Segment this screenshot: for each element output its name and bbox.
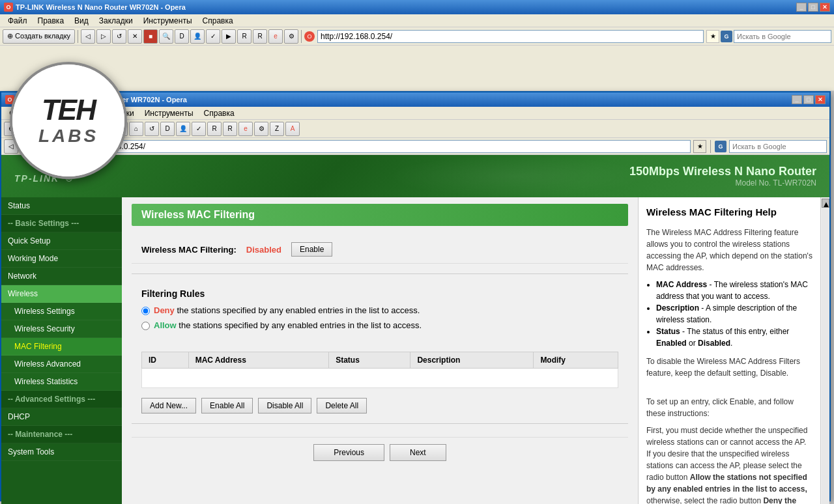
- next-button[interactable]: Next: [390, 444, 446, 461]
- window-controls-bg[interactable]: _ □ ✕: [796, 3, 830, 12]
- tb2-icon-3[interactable]: ✓: [192, 122, 206, 136]
- empty-row: [142, 369, 618, 388]
- tb-icon-10[interactable]: ⚙: [284, 29, 298, 44]
- sidebar-item-network[interactable]: Network: [1, 268, 122, 285]
- tb-icon-5[interactable]: ✓: [206, 29, 220, 44]
- table-actions: Add New... Enable All Disable All Delete…: [132, 398, 628, 413]
- sidebar-section-maintenance: -- Maintenance ---: [1, 426, 122, 443]
- sep-bg: [78, 30, 78, 43]
- stop-bg[interactable]: ✕: [128, 29, 142, 44]
- sidebar-item-wireless-security[interactable]: Wireless Security: [1, 320, 122, 338]
- add-new-button[interactable]: Add New...: [141, 398, 196, 413]
- menu-file-bg[interactable]: Файл: [3, 15, 33, 27]
- address-input-bg[interactable]: [317, 30, 704, 43]
- enable-all-button[interactable]: Enable All: [201, 398, 253, 413]
- addr-sep: [710, 140, 711, 153]
- search-input[interactable]: [729, 140, 827, 153]
- close-btn[interactable]: ✕: [815, 95, 826, 104]
- mac-term: MAC Address: [656, 280, 707, 289]
- tb2-icon-6[interactable]: e: [238, 122, 253, 136]
- nav-buttons: Previous Next: [132, 437, 628, 468]
- sidebar-item-status[interactable]: Status: [1, 197, 122, 215]
- minimize-btn-bg[interactable]: _: [796, 3, 807, 12]
- sidebar-item-working-mode[interactable]: Working Mode: [1, 250, 122, 268]
- status-term: Status: [656, 327, 680, 336]
- tb2-icon-5[interactable]: R: [223, 122, 237, 136]
- window-controls[interactable]: _ □ ✕: [792, 95, 826, 104]
- disable-all-button[interactable]: Disable All: [258, 398, 311, 413]
- product-name: 150Mbps Wireless N Nano Router: [629, 165, 816, 178]
- tb-icon-7[interactable]: R: [237, 29, 252, 44]
- new-tab-bg[interactable]: ⊕ Создать вкладку: [3, 29, 75, 44]
- mac-filtering-value: Disabled: [246, 245, 281, 255]
- home-btn[interactable]: ⌂: [129, 122, 143, 136]
- help-disable-note: To disable the Wireless MAC Address Filt…: [646, 356, 812, 379]
- forward-bg[interactable]: ▷: [96, 29, 111, 44]
- delete-all-button[interactable]: Delete All: [317, 398, 367, 413]
- model-number: Model No. TL-WR702N: [629, 178, 816, 188]
- menu-help-bg[interactable]: Справка: [197, 15, 238, 27]
- help-list-item-2: Description - A simple description of th…: [656, 302, 812, 326]
- reload-btn[interactable]: ↺: [145, 122, 159, 136]
- menu-edit-bg[interactable]: Правка: [33, 15, 70, 27]
- menu-tools[interactable]: Инструменты: [139, 107, 199, 119]
- filtering-rules-title: Filtering Rules: [141, 288, 618, 299]
- sidebar-item-wireless[interactable]: Wireless: [1, 285, 122, 303]
- sidebar-item-wireless-statistics[interactable]: Wireless Statistics: [1, 373, 122, 391]
- sidebar-item-wireless-settings[interactable]: Wireless Settings: [1, 303, 122, 320]
- sidebar-item-wireless-advanced[interactable]: Wireless Advanced: [1, 356, 122, 373]
- allow-radio[interactable]: [141, 322, 150, 330]
- tb-icon-6[interactable]: ▶: [222, 29, 236, 44]
- address-input[interactable]: [70, 140, 691, 153]
- close-btn-bg[interactable]: ✕: [820, 3, 830, 12]
- help-setup-note: To set up an entry, click Enable, and fo…: [646, 396, 812, 419]
- minimize-btn[interactable]: _: [792, 95, 802, 104]
- maximize-btn-bg[interactable]: □: [808, 3, 818, 12]
- tb-icon-3[interactable]: D: [175, 29, 189, 44]
- back-bg[interactable]: ◁: [81, 29, 95, 44]
- menu-help[interactable]: Справка: [199, 107, 240, 119]
- menu-view-bg[interactable]: Вид: [69, 15, 94, 27]
- router-content: TP-LINK ® 150Mbps Wireless N Nano Router…: [1, 155, 829, 504]
- mac-table: ID MAC Address Status Description Modify: [141, 352, 618, 388]
- search-input-bg[interactable]: [734, 30, 831, 43]
- deny-radio-label[interactable]: Deny the stations specified by any enabl…: [154, 305, 420, 315]
- help-title: Wireless MAC Filtering Help: [646, 205, 812, 220]
- addr-star[interactable]: ★: [693, 140, 706, 153]
- tb-icon-1[interactable]: ■: [143, 29, 158, 44]
- browser-icon: O: [4, 3, 13, 12]
- search-engine-icon: G: [715, 141, 726, 152]
- tb-icon-2[interactable]: 🔍: [159, 29, 173, 44]
- reload-bg[interactable]: ↺: [112, 29, 126, 44]
- col-mac: MAC Address: [188, 352, 329, 369]
- scrollbar[interactable]: ▲ ▼: [820, 197, 829, 504]
- tb-icon-9[interactable]: e: [268, 29, 283, 44]
- allow-radio-label[interactable]: Allow the stations specified by any enab…: [154, 320, 422, 330]
- tb-icon-4[interactable]: 👤: [190, 29, 205, 44]
- help-list: MAC Address - The wireless station's MAC…: [656, 279, 812, 349]
- sidebar-item-system-tools[interactable]: System Tools: [1, 443, 122, 461]
- sidebar-item-mac-filtering[interactable]: MAC Filtering: [1, 338, 122, 356]
- tb-icon-8[interactable]: R: [253, 29, 267, 44]
- tb2-icon-4[interactable]: R: [207, 122, 222, 136]
- scroll-up-btn[interactable]: ▲: [822, 199, 829, 208]
- enable-button[interactable]: Enable: [291, 242, 332, 257]
- star-btn-bg[interactable]: ★: [706, 30, 719, 43]
- tb2-icon-1[interactable]: D: [160, 122, 175, 136]
- deny-radio-option: Deny the stations specified by any enabl…: [141, 305, 618, 315]
- menu-bookmarks-bg[interactable]: Закладки: [94, 15, 138, 27]
- mac-filtering-label: Wireless MAC Filtering:: [141, 245, 237, 255]
- sidebar-item-quick-setup[interactable]: Quick Setup: [1, 232, 122, 250]
- tb2-icon-8[interactable]: Z: [270, 122, 284, 136]
- tb2-icon-9[interactable]: A: [285, 122, 300, 136]
- tb2-icon-7[interactable]: ⚙: [254, 122, 268, 136]
- tb2-icon-2[interactable]: 👤: [176, 122, 190, 136]
- deny-radio[interactable]: [141, 307, 150, 315]
- mac-filtering-status: Wireless MAC Filtering: Disabled Enable: [132, 236, 628, 264]
- sidebar-item-dhcp[interactable]: DHCP: [1, 408, 122, 426]
- menu-tools-bg[interactable]: Инструменты: [138, 15, 197, 27]
- previous-button[interactable]: Previous: [313, 444, 384, 461]
- maximize-btn[interactable]: □: [803, 95, 814, 104]
- allow-text-rest: the stations specified by any enabled en…: [179, 320, 422, 330]
- browser-window-front: O TP-LINK Wireless N Nano Router WR702N …: [0, 91, 831, 501]
